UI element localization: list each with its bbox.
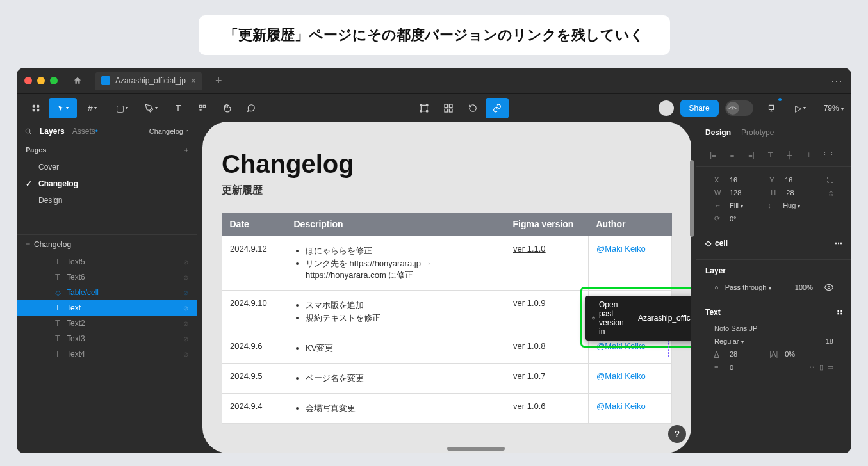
maximize-window-button[interactable] [50,77,58,84]
component-tool[interactable] [437,98,460,118]
distribute-icon[interactable]: ⋮⋮ [821,149,836,161]
paragraph-value[interactable]: 0 [730,364,733,371]
canvas[interactable]: Changelog 更新履歴 DateDescriptionFigma vers… [197,122,696,453]
letterspacing-icon: |A| [769,350,778,358]
align-hcenter-icon[interactable]: ≡ [725,149,740,161]
page-item[interactable]: Design [17,192,197,209]
vertical-scrollbar[interactable] [690,160,694,237]
design-tab[interactable]: Design [705,128,731,137]
author-link[interactable]: @Maki Keiko [596,401,646,411]
align-bottom-icon[interactable]: ⊥ [801,149,817,161]
author-link[interactable]: @Maki Keiko [596,341,646,351]
rotation-value[interactable]: 0° [730,215,737,223]
link-dimensions-icon[interactable]: ⎌ [829,189,833,197]
figma-menu-icon[interactable] [24,98,47,118]
home-icon[interactable] [73,76,82,85]
blend-mode[interactable]: Pass through ▾ [725,284,771,291]
frame-name: Changelog [34,240,71,249]
shape-tool[interactable]: ▢▾ [108,98,136,118]
author-link[interactable]: @Maki Keiko [596,371,646,381]
add-page-icon[interactable]: + [184,146,188,154]
lineheight-value[interactable]: 28 [730,350,737,358]
layer-item[interactable]: TText⊘ [17,300,197,316]
align-right-icon[interactable]: ≡| [744,149,759,161]
version-link[interactable]: ver 1.1.0 [513,244,546,253]
move-tool[interactable]: ▾ [49,98,77,118]
more-icon[interactable]: ⋯ [831,74,844,88]
text-settings-icon[interactable]: ∷ [837,308,842,317]
hidden-icon[interactable]: ⊘ [183,305,188,312]
auto-width-icon[interactable]: ↔ [808,363,815,371]
hidden-icon[interactable]: ⊘ [183,259,188,266]
layer-item[interactable]: TText3⊘ [17,331,197,346]
font-size[interactable]: 18 [826,337,833,345]
date-cell: 2024.9.4 [222,394,286,424]
text-tool[interactable]: T [167,98,190,118]
hidden-icon[interactable]: ⊘ [183,351,188,358]
y-value[interactable]: 16 [785,176,792,184]
page-item[interactable]: Cover [17,159,197,175]
layer-item[interactable]: TText5⊘ [17,254,197,269]
version-link[interactable]: ver 1.0.8 [513,341,546,351]
frame-tool[interactable]: #▾ [78,98,106,118]
close-tab-icon[interactable]: × [191,76,196,86]
page-item[interactable]: Changelog [17,175,197,192]
reset-icon[interactable] [461,98,484,118]
avatar[interactable] [659,100,674,116]
prototype-tab[interactable]: Prototype [741,128,774,137]
pen-tool[interactable]: ▾ [137,98,165,118]
version-link[interactable]: ver 1.0.7 [513,371,546,381]
layer-item[interactable]: TText6⊘ [17,269,197,285]
frame-header[interactable]: ≡ Changelog [17,234,197,254]
fixed-size-icon[interactable]: ▭ [827,363,833,371]
w-value[interactable]: 128 [730,189,741,197]
visibility-icon[interactable] [824,283,833,292]
zoom-level[interactable]: 79% ▾ [824,104,844,113]
dev-mode-toggle[interactable]: </> [725,100,753,116]
assets-tab[interactable]: Assets• [72,127,98,136]
new-tab-button[interactable]: + [215,74,222,88]
expand-position-icon[interactable]: ⛶ [826,176,833,184]
author-link[interactable]: @Maki Keiko [596,244,646,253]
font-weight[interactable]: Regular ▾ [714,337,744,345]
hidden-icon[interactable]: ⊘ [183,335,188,342]
layer-item[interactable]: TText4⊘ [17,346,197,362]
play-icon[interactable]: ▷▾ [789,98,812,118]
hidden-icon[interactable]: ⊘ [183,289,188,296]
component-name[interactable]: cell [715,239,728,248]
version-link[interactable]: ver 1.0.9 [513,298,546,308]
link-tool[interactable] [486,98,509,118]
layer-item[interactable]: TText2⊘ [17,316,197,331]
layer-item[interactable]: ◇Table/cell⊘ [17,285,197,300]
align-top-icon[interactable]: ⊤ [763,149,778,161]
h-value[interactable]: 28 [786,189,794,197]
minimize-window-button[interactable] [37,77,45,84]
version-link[interactable]: ver 1.0.6 [513,401,546,411]
auto-height-icon[interactable]: ▯ [819,363,823,371]
opacity-value[interactable]: 100% [795,284,813,291]
component-more-icon[interactable]: ⋯ [835,239,842,248]
align-vcenter-icon[interactable]: ┼ [782,149,798,161]
file-tab[interactable]: Azaraship_official_jp × [95,72,202,90]
search-icon[interactable] [24,127,32,135]
hand-tool[interactable] [215,98,238,118]
resources-tool[interactable] [191,98,214,118]
layers-tab[interactable]: Layers [40,127,65,136]
x-value[interactable]: 16 [730,176,737,184]
font-family[interactable]: Noto Sans JP [714,325,757,332]
hidden-icon[interactable]: ⊘ [183,320,188,327]
share-button[interactable]: Share [680,100,719,116]
hidden-icon[interactable]: ⊘ [183,274,188,281]
close-window-button[interactable] [24,77,32,84]
edit-object-icon[interactable] [413,98,436,118]
help-button[interactable]: ? [668,425,686,443]
horizontal-scrollbar[interactable] [447,447,505,451]
canvas-frame: Changelog 更新履歴 DateDescriptionFigma vers… [202,122,691,453]
hug-value[interactable]: Hug ▾ [783,202,800,209]
letterspacing-value[interactable]: 0% [785,350,795,358]
page-dropdown[interactable]: Changelog ⌃ [149,127,190,135]
present-icon[interactable] [760,98,783,118]
fill-value[interactable]: Fill ▾ [730,202,743,209]
align-left-icon[interactable]: |≡ [705,149,721,161]
comment-tool[interactable] [240,98,263,118]
